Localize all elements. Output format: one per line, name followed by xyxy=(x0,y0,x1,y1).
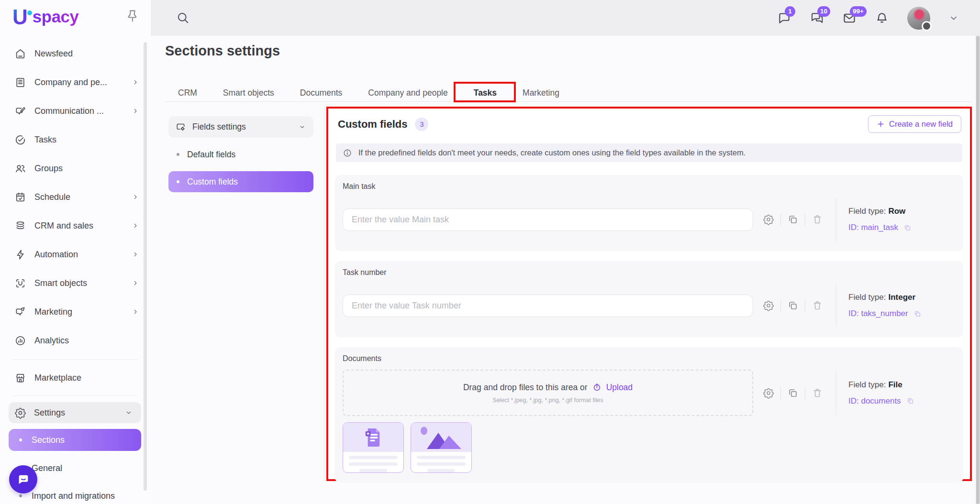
sidebar-item-label: Marketing xyxy=(34,307,72,317)
communication-icon xyxy=(14,105,26,117)
sidebar-item-label: Schedule xyxy=(34,192,70,202)
bullet-icon xyxy=(19,438,22,441)
file-drop-zone[interactable]: Drag and drop files to this area or Uplo… xyxy=(343,370,753,416)
duplicate-field-icon[interactable] xyxy=(787,214,799,225)
notifications-button[interactable] xyxy=(875,11,889,25)
sidebar-item-label: Smart objects xyxy=(34,278,87,288)
fields-nav-item-custom-fields[interactable]: Custom fields xyxy=(168,171,313,192)
chevron-right-icon xyxy=(132,193,139,201)
row-actions xyxy=(763,213,823,226)
info-banner: If the predefined fields don't meet your… xyxy=(336,143,962,162)
sidebar-item-label: Import and migrations xyxy=(32,491,115,501)
window-scrollbar[interactable] xyxy=(976,36,980,504)
sidebar-item-marketing[interactable]: Marketing xyxy=(0,297,151,326)
image-preview-card[interactable] xyxy=(411,422,472,473)
sidebar-item-sections[interactable]: Sections xyxy=(9,429,141,451)
copy-id-icon[interactable] xyxy=(903,224,912,232)
tab-label: Tasks xyxy=(474,88,497,98)
document-preview-card[interactable] xyxy=(343,422,404,473)
create-new-field-button-top[interactable]: Create a new field xyxy=(868,115,961,133)
sidebar-item-communication[interactable]: Communication ... xyxy=(0,97,151,125)
sidebar-item-newsfeed[interactable]: Newsfeed xyxy=(0,39,151,68)
sidebar-item-company-and-pe[interactable]: Company and pe... xyxy=(0,68,151,97)
chevron-right-icon xyxy=(132,308,139,316)
panel-divider xyxy=(324,107,324,481)
sidebar-item-schedule[interactable]: Schedule xyxy=(0,183,151,211)
tab-bar: CRMSmart objectsDocumentsCompany and peo… xyxy=(165,84,973,102)
custom-field-row-taks-number: Task number Field type:Integer ID: taks_… xyxy=(335,261,963,337)
sidebar-item-smart-objects[interactable]: Smart objects xyxy=(0,269,151,297)
field-settings-gear-icon[interactable] xyxy=(763,300,774,311)
drop-zone-text: Drag and drop files to this area or xyxy=(463,383,588,393)
sidebar-item-label: Settings xyxy=(34,408,65,418)
pin-sidebar-icon[interactable] xyxy=(125,9,140,23)
row-actions xyxy=(763,387,823,399)
search-icon[interactable] xyxy=(176,11,190,25)
tab-marketing[interactable]: Marketing xyxy=(510,84,572,101)
delete-field-icon[interactable] xyxy=(812,300,823,311)
field-value-input[interactable] xyxy=(343,208,753,231)
bullet-icon xyxy=(19,494,22,497)
status-dot xyxy=(922,21,932,31)
support-chat-button[interactable] xyxy=(9,465,37,493)
custom-field-row-main-task: Main task Field type:Row ID: main_task xyxy=(335,175,963,251)
sidebar-item-analytics[interactable]: Analytics xyxy=(0,326,151,355)
crm-icon xyxy=(14,220,26,232)
mail-button[interactable]: 99+ xyxy=(842,11,857,25)
document-icon xyxy=(365,427,381,448)
storefront-icon xyxy=(14,372,26,384)
tab-documents[interactable]: Documents xyxy=(287,84,356,101)
chevron-up-icon xyxy=(125,409,133,416)
field-settings-icon xyxy=(175,121,186,132)
chevron-right-icon xyxy=(132,251,139,258)
logo-dot-icon xyxy=(27,11,32,15)
sidebar-item-crm-and-sales[interactable]: CRM and sales xyxy=(0,211,151,240)
user-avatar[interactable] xyxy=(907,7,930,30)
sidebar-item-tasks[interactable]: Tasks xyxy=(0,125,151,154)
duplicate-field-icon[interactable] xyxy=(787,300,799,311)
field-settings-gear-icon[interactable] xyxy=(763,387,774,399)
direct-messages-button[interactable]: 1 xyxy=(777,11,791,25)
calendar-icon xyxy=(14,191,26,203)
field-type-value: File xyxy=(888,380,902,389)
field-settings-gear-icon[interactable] xyxy=(763,214,774,225)
create-button-label: Create a new field xyxy=(889,120,953,129)
fields-nav-item-label: Default fields xyxy=(187,150,235,160)
duplicate-field-icon[interactable] xyxy=(787,387,799,399)
tab-smart-objects[interactable]: Smart objects xyxy=(210,84,287,101)
chevron-down-icon[interactable] xyxy=(948,13,959,23)
tab-crm[interactable]: CRM xyxy=(165,84,210,101)
sidebar-item-groups[interactable]: Groups xyxy=(0,154,151,183)
logo-letter: U xyxy=(12,6,28,29)
sidebar-item-marketplace[interactable]: Marketplace xyxy=(0,363,151,392)
sidebar-scrollbar[interactable] xyxy=(144,42,147,491)
sidebar-item-label: CRM and sales xyxy=(34,221,93,231)
uspacy-logo[interactable]: U spacy xyxy=(12,6,79,29)
sidebar-item-label: Marketplace xyxy=(34,373,81,383)
field-label: Main task xyxy=(343,182,955,191)
tab-company-and-people[interactable]: Company and people xyxy=(355,84,460,101)
chat-badge: 1 xyxy=(785,6,795,17)
field-type-label: Field type: xyxy=(848,380,886,389)
fields-settings-header[interactable]: Fields settings xyxy=(168,116,313,138)
info-icon xyxy=(343,148,352,158)
gear-icon xyxy=(14,407,26,419)
sidebar-divider xyxy=(12,359,138,360)
sidebar-item-automation[interactable]: Automation xyxy=(0,240,151,269)
sidebar-item-label: Communication ... xyxy=(34,106,104,116)
field-value-input[interactable] xyxy=(343,295,753,317)
copy-id-icon[interactable] xyxy=(913,310,922,318)
sidebar-nav: Newsfeed Company and pe... Communication… xyxy=(0,39,151,355)
fields-nav-item-default-fields[interactable]: Default fields xyxy=(168,144,313,165)
row-actions xyxy=(763,299,823,312)
tab-tasks[interactable]: Tasks xyxy=(461,84,510,101)
delete-field-icon[interactable] xyxy=(812,214,823,225)
chevron-right-icon xyxy=(132,222,139,230)
delete-field-icon[interactable] xyxy=(812,387,823,399)
copy-id-icon[interactable] xyxy=(906,397,914,405)
sidebar-item-settings[interactable]: Settings xyxy=(9,402,141,423)
field-meta: Field type:Row ID: main_task xyxy=(848,207,955,232)
group-chats-button[interactable]: 10 xyxy=(810,11,824,25)
upload-link[interactable]: Upload xyxy=(606,383,633,393)
panel-title: Custom fields xyxy=(338,118,407,131)
